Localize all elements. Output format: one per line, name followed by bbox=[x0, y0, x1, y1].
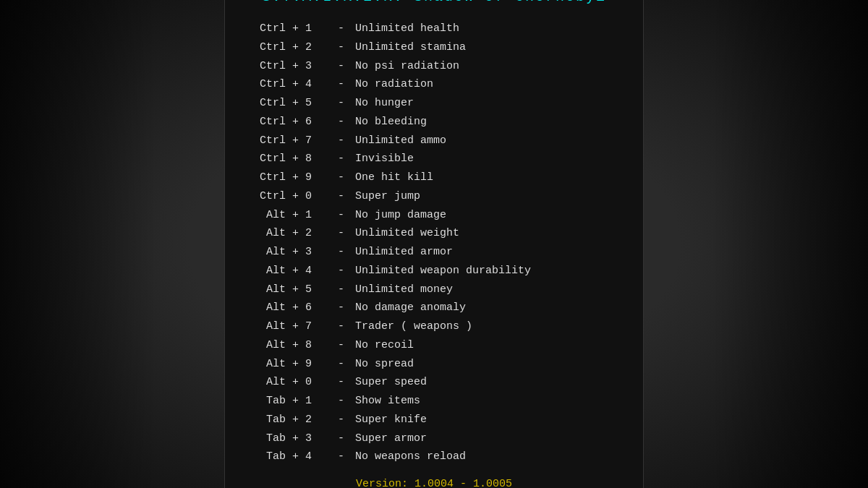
hotkey-description: Unlimited armor bbox=[355, 244, 453, 260]
key-combo: Tab + 3 bbox=[260, 431, 332, 447]
separator: - bbox=[338, 282, 349, 298]
hotkey-description: No spread bbox=[355, 356, 414, 372]
key-combo: Ctrl + 6 bbox=[260, 114, 332, 130]
hotkey-item: Alt + 0-Super speed bbox=[260, 374, 608, 390]
key-combo: Ctrl + 9 bbox=[260, 170, 332, 186]
separator: - bbox=[338, 95, 349, 111]
separator: - bbox=[338, 449, 349, 465]
cheat-panel: S.T.A.L.K.E.R. Shadow of Chernobyl Ctrl … bbox=[224, 0, 644, 488]
hotkey-description: Unlimited ammo bbox=[355, 133, 446, 149]
version-text: Version: 1.0004 - 1.0005 bbox=[260, 478, 608, 488]
hotkey-description: No damage anomaly bbox=[355, 300, 466, 316]
separator: - bbox=[338, 151, 349, 167]
separator: - bbox=[338, 226, 349, 241]
hotkey-description: No hunger bbox=[355, 95, 414, 111]
hotkey-description: Super knife bbox=[355, 412, 427, 428]
key-combo: Ctrl + 1 bbox=[260, 21, 332, 37]
key-combo: Ctrl + 2 bbox=[260, 40, 332, 56]
hotkey-description: No psi radiation bbox=[355, 59, 459, 74]
key-combo: Alt + 9 bbox=[260, 356, 332, 372]
key-combo: Alt + 8 bbox=[260, 338, 332, 354]
key-combo: Ctrl + 5 bbox=[260, 95, 332, 111]
version-block: Version: 1.0004 - 1.0005 -Sigerous Mod 4… bbox=[260, 478, 608, 488]
hotkey-item: Alt + 2-Unlimited weight bbox=[260, 226, 608, 241]
hotkey-description: Show items bbox=[355, 393, 420, 409]
hotkey-description: Super speed bbox=[355, 374, 427, 390]
hotkey-item: Alt + 4-Unlimited weapon durability bbox=[260, 263, 608, 279]
hotkey-description: Unlimited weight bbox=[355, 226, 459, 241]
key-combo: Alt + 3 bbox=[260, 244, 332, 260]
key-combo: Ctrl + 7 bbox=[260, 133, 332, 149]
separator: - bbox=[338, 207, 349, 223]
hotkey-description: Unlimited stamina bbox=[355, 40, 466, 56]
separator: - bbox=[338, 356, 349, 372]
hotkey-description: Super armor bbox=[355, 431, 427, 447]
key-combo: Ctrl + 3 bbox=[260, 59, 332, 74]
key-combo: Ctrl + 0 bbox=[260, 189, 332, 205]
hotkey-item: Ctrl + 1-Unlimited health bbox=[260, 21, 608, 37]
separator: - bbox=[338, 300, 349, 316]
hotkey-description: No bleeding bbox=[355, 114, 427, 130]
key-combo: Tab + 2 bbox=[260, 412, 332, 428]
key-combo: Alt + 1 bbox=[260, 207, 332, 223]
key-combo: Alt + 6 bbox=[260, 300, 332, 316]
separator: - bbox=[338, 431, 349, 447]
hotkey-item: Alt + 3-Unlimited armor bbox=[260, 244, 608, 260]
separator: - bbox=[338, 77, 349, 93]
hotkey-item: Alt + 7-Trader ( weapons ) bbox=[260, 319, 608, 335]
separator: - bbox=[338, 59, 349, 74]
game-title: S.T.A.L.K.E.R. Shadow of Chernobyl bbox=[260, 0, 608, 5]
hotkey-item: Tab + 1-Show items bbox=[260, 393, 608, 409]
separator: - bbox=[338, 244, 349, 260]
hotkey-item: Alt + 9-No spread bbox=[260, 356, 608, 372]
hotkey-item: Ctrl + 9-One hit kill bbox=[260, 170, 608, 186]
hotkey-item: Tab + 2-Super knife bbox=[260, 412, 608, 428]
key-combo: Alt + 2 bbox=[260, 226, 332, 241]
separator: - bbox=[338, 114, 349, 130]
hotkey-description: Super jump bbox=[355, 189, 420, 205]
hotkey-item: Ctrl + 3-No psi radiation bbox=[260, 59, 608, 74]
separator: - bbox=[338, 133, 349, 149]
separator: - bbox=[338, 40, 349, 56]
hotkey-item: Ctrl + 6-No bleeding bbox=[260, 114, 608, 130]
hotkey-item: Ctrl + 0-Super jump bbox=[260, 189, 608, 205]
hotkey-description: No recoil bbox=[355, 338, 414, 354]
hotkey-description: One hit kill bbox=[355, 170, 433, 186]
hotkey-description: Unlimited money bbox=[355, 282, 453, 298]
key-combo: Tab + 4 bbox=[260, 449, 332, 465]
key-combo: Alt + 5 bbox=[260, 282, 332, 298]
hotkey-description: No jump damage bbox=[355, 207, 446, 223]
hotkey-description: Trader ( weapons ) bbox=[355, 319, 472, 335]
key-combo: Ctrl + 8 bbox=[260, 151, 332, 167]
key-combo: Alt + 0 bbox=[260, 374, 332, 390]
hotkey-description: Unlimited health bbox=[355, 21, 459, 37]
hotkey-item: Ctrl + 5-No hunger bbox=[260, 95, 608, 111]
hotkey-item: Alt + 5-Unlimited money bbox=[260, 282, 608, 298]
hotkey-item: Ctrl + 2-Unlimited stamina bbox=[260, 40, 608, 56]
separator: - bbox=[338, 338, 349, 354]
hotkey-item: Alt + 6-No damage anomaly bbox=[260, 300, 608, 316]
separator: - bbox=[338, 189, 349, 205]
separator: - bbox=[338, 319, 349, 335]
separator: - bbox=[338, 412, 349, 428]
hotkey-description: No weapons reload bbox=[355, 449, 466, 465]
hotkey-description: No radiation bbox=[355, 77, 433, 93]
key-combo: Alt + 7 bbox=[260, 319, 332, 335]
hotkey-item: Tab + 4-No weapons reload bbox=[260, 449, 608, 465]
separator: - bbox=[338, 393, 349, 409]
hotkey-item: Alt + 8-No recoil bbox=[260, 338, 608, 354]
separator: - bbox=[338, 374, 349, 390]
hotkey-description: Invisible bbox=[355, 151, 414, 167]
background: S.T.A.L.K.E.R. Shadow of Chernobyl Ctrl … bbox=[0, 0, 868, 488]
key-combo: Ctrl + 4 bbox=[260, 77, 332, 93]
hotkey-item: Ctrl + 7-Unlimited ammo bbox=[260, 133, 608, 149]
key-combo: Tab + 1 bbox=[260, 393, 332, 409]
hotkey-item: Alt + 1-No jump damage bbox=[260, 207, 608, 223]
separator: - bbox=[338, 263, 349, 279]
hotkey-item: Ctrl + 4-No radiation bbox=[260, 77, 608, 93]
key-combo: Alt + 4 bbox=[260, 263, 332, 279]
separator: - bbox=[338, 170, 349, 186]
hotkey-description: Unlimited weapon durability bbox=[355, 263, 531, 279]
hotkey-list: Ctrl + 1-Unlimited healthCtrl + 2-Unlimi… bbox=[260, 21, 608, 465]
hotkey-item: Ctrl + 8-Invisible bbox=[260, 151, 608, 167]
